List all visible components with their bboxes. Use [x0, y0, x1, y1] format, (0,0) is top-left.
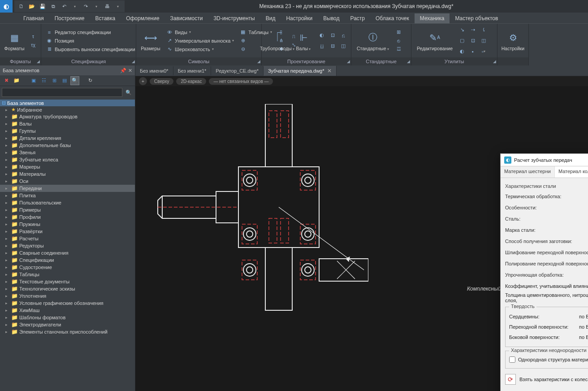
print-icon[interactable]: 🖶	[102, 1, 112, 11]
ribbon-tab-6[interactable]: Вид	[260, 13, 281, 23]
util-icon-3[interactable]: ⤹	[479, 25, 489, 35]
universal-leader-button[interactable]: ↗Универсальная выноска	[164, 37, 236, 45]
tree-item[interactable]: ▸📁Текстовые документы	[0, 278, 135, 285]
tree-item[interactable]: ▸📁Дополнительные базы	[0, 142, 135, 149]
tree-item[interactable]: ▸📁Примеры	[0, 206, 135, 213]
tree-item[interactable]: ▸📁Уплотнения	[0, 292, 135, 300]
proj-icon-2[interactable]: ⊡	[328, 30, 337, 40]
tree-item[interactable]: ▸📁Спецификации	[0, 256, 135, 264]
tree-expand-icon[interactable]: ▸	[5, 136, 10, 140]
view-2-icon[interactable]: ☷	[39, 76, 48, 85]
standard-button[interactable]: Ⓘ Стандартные	[354, 30, 392, 52]
tree-expand-icon[interactable]: ▸	[5, 258, 10, 262]
ribbon-tab-3[interactable]: Оформление	[121, 13, 164, 23]
delete-icon[interactable]: ✖	[2, 76, 11, 85]
settings-button[interactable]: ⚙ Настройки	[500, 30, 526, 52]
tree-expand-icon[interactable]: ▸	[5, 215, 10, 219]
util-icon-6[interactable]: ◫	[479, 36, 489, 46]
view-5-icon[interactable]: 🔍	[70, 76, 79, 85]
tree-item[interactable]: ▸📁Таблицы	[0, 271, 135, 278]
tree-expand-icon[interactable]: ▸	[5, 165, 10, 169]
view-wireframe-pill[interactable]: 2D-каркас	[176, 78, 206, 85]
proj-icon-4[interactable]: ⌼	[317, 41, 327, 51]
redo-dropdown-icon[interactable]	[91, 1, 101, 11]
close-tab-icon[interactable]: ✕	[327, 68, 332, 74]
ribbon-tab-7[interactable]: Настройки	[281, 13, 318, 23]
expand-icon[interactable]: ◢	[132, 59, 135, 64]
tree-root[interactable]: ⊟ База элементов	[0, 100, 135, 106]
ribbon-tab-12[interactable]: Мастер объектов	[450, 13, 503, 23]
tree-item[interactable]: ▸📁ХимМаш	[0, 307, 135, 314]
view-linked-pill[interactable]: — нет связанных видов —	[209, 78, 273, 85]
expand-icon[interactable]: ◢	[37, 59, 40, 64]
proj-icon-5[interactable]: ⊟	[328, 41, 337, 51]
view-1-icon[interactable]: ▣	[29, 76, 38, 85]
formats-button[interactable]: ▦ Форматы	[3, 30, 26, 52]
pin-icon[interactable]: 📌	[120, 68, 126, 74]
proj-icon-3[interactable]: ⎌	[338, 30, 348, 40]
expand-icon[interactable]: ◢	[493, 59, 496, 64]
std-3-icon[interactable]: ☲	[393, 45, 404, 53]
ribbon-tab-2[interactable]: Вставка	[90, 13, 121, 23]
tree-expand-icon[interactable]: ▸	[5, 315, 10, 320]
tree-expand-icon[interactable]: ▸	[5, 308, 10, 313]
util-icon-4[interactable]: ▢	[457, 36, 467, 46]
tree-item[interactable]: ▸📁Передачи	[0, 185, 135, 192]
ribbon-tab-5[interactable]: 3D-инструменты	[208, 13, 260, 23]
tree-item[interactable]: ▸📁Судостроение	[0, 264, 135, 271]
dialog-tab[interactable]: Материал колеса	[555, 166, 588, 178]
tree-expand-icon[interactable]: ▸	[5, 322, 10, 327]
tree-expand-icon[interactable]: ▸	[5, 179, 10, 183]
tree-item[interactable]: ▸📁Пользовательские	[0, 199, 135, 206]
tree-item[interactable]: ▸📁Звенья	[0, 149, 135, 156]
ribbon-tab-8[interactable]: Вывод	[318, 13, 345, 23]
spec-editor-button[interactable]: ≡Редактор спецификации	[44, 28, 137, 36]
ribbon-tab-9[interactable]: Растр	[345, 13, 370, 23]
tree-item[interactable]: ▸📁Материалы	[0, 170, 135, 178]
search-icon[interactable]: 🔍	[124, 88, 133, 97]
tree-expand-icon[interactable]: ▸	[5, 294, 10, 298]
shafts-button[interactable]: ⊩ Валы	[292, 30, 315, 52]
tree-expand-icon[interactable]: ▸	[5, 330, 10, 334]
dialog-tab[interactable]: Материал шестерни	[501, 166, 555, 178]
tree-expand-icon[interactable]: ▸	[5, 287, 10, 291]
redo-icon[interactable]: ↷	[81, 1, 91, 11]
tree-expand-icon[interactable]: ▸	[5, 265, 10, 269]
undo-icon[interactable]: ↶	[59, 1, 69, 11]
tree-expand-icon[interactable]: ▸	[5, 114, 10, 119]
roughness-button[interactable]: ∿Шероховатость	[164, 45, 236, 53]
util-icon-2[interactable]: ⇢	[468, 25, 478, 35]
dimensions-button[interactable]: ⟷ Размеры	[139, 30, 162, 52]
expand-icon[interactable]: ◢	[257, 59, 260, 64]
util-icon-9[interactable]: ▫	[479, 47, 489, 56]
tree-expand-icon[interactable]: ▸	[5, 122, 10, 126]
ribbon-tab-11[interactable]: Механика	[415, 13, 450, 23]
ribbon-tab-0[interactable]: Главная	[18, 13, 49, 23]
format-tt2-icon[interactable]: τχ	[28, 41, 39, 49]
align-leaders-button[interactable]: ≣Выровнять выноски спецификации	[44, 45, 137, 53]
tree-item[interactable]: ▸📁Технологические эскизы	[0, 285, 135, 292]
util-icon-1[interactable]: ↘	[457, 25, 467, 35]
view-top-pill[interactable]: Сверху	[150, 78, 173, 85]
tree-expand-icon[interactable]: ▸	[5, 150, 10, 155]
homogeneous-checkbox[interactable]	[509, 356, 515, 363]
search-input[interactable]	[2, 88, 122, 97]
tree-expand-icon[interactable]: ▸	[5, 129, 10, 133]
refresh-tree-icon[interactable]: ↻	[86, 76, 95, 85]
tree-expand-icon[interactable]: ▸	[5, 236, 10, 241]
tree-expand-icon[interactable]: ▸	[5, 172, 10, 176]
new-file-icon[interactable]: 🗋	[16, 1, 26, 11]
util-icon-8[interactable]: ▪	[468, 47, 478, 56]
document-tab[interactable]: Без имени0*	[135, 66, 173, 75]
open-file-icon[interactable]: 📂	[27, 1, 37, 11]
copy-from-wheel-label[interactable]: Взять характеристики с колеса	[519, 377, 588, 382]
tree-item[interactable]: ▸📁Расчеты	[0, 235, 135, 242]
save-icon[interactable]: 💾	[38, 1, 48, 11]
refresh-icon[interactable]: ⟳	[505, 374, 516, 385]
util-icon-7[interactable]: ◐	[457, 47, 467, 56]
folder-icon[interactable]: 📁	[12, 76, 21, 85]
expand-icon[interactable]: ◢	[347, 59, 350, 64]
tree-expand-icon[interactable]: ▸	[5, 229, 10, 234]
close-panel-icon[interactable]: ✕	[128, 68, 132, 74]
tree-item[interactable]: ▸📁Шаблоны форматов	[0, 314, 135, 321]
